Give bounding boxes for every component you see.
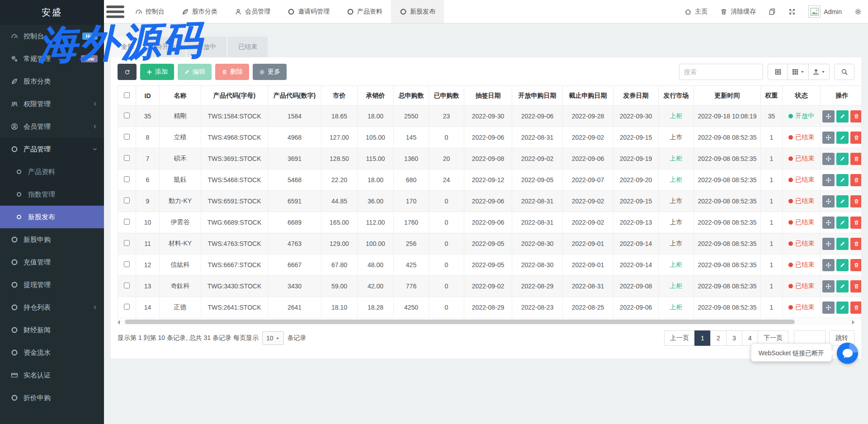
edit-row-button[interactable] (836, 195, 849, 207)
refresh-button[interactable] (118, 64, 137, 80)
sidebar-item-finance-news[interactable]: 财经新闻 (0, 319, 104, 341)
row-checkbox[interactable] (124, 283, 130, 288)
row-checkbox[interactable] (124, 240, 130, 246)
sidebar-item-products[interactable]: 产品管理 (0, 138, 104, 160)
delete-row-button[interactable] (850, 132, 861, 144)
sidebar-item-members[interactable]: 会员管理 (0, 115, 104, 138)
clear-cache-link[interactable]: 清除缓存 (714, 0, 762, 23)
sidebar-item-positions[interactable]: 持仓列表 (0, 296, 104, 319)
sidebar-item-discount-subscribe[interactable]: 折价申购 (0, 386, 104, 409)
scroll-right-arrow[interactable] (852, 320, 854, 325)
page-button-prev[interactable]: 上一页 (664, 330, 695, 346)
select-all-checkbox[interactable] (124, 92, 130, 98)
sidebar-item-product-info[interactable]: 产品资料 (0, 160, 104, 183)
edit-row-button[interactable] (836, 259, 849, 271)
sidebar-item-new-stock-subscribe[interactable]: 新股申购 (0, 228, 104, 251)
market-link[interactable]: 上柜 (670, 155, 683, 162)
edit-row-button[interactable] (836, 132, 849, 144)
topnav-tab-members[interactable]: 会员管理 (226, 0, 279, 23)
edit-row-button[interactable] (836, 280, 849, 292)
export-button[interactable] (809, 64, 830, 80)
sidebar-item-permissions[interactable]: 权限管理 (0, 93, 104, 115)
edit-row-button[interactable] (836, 174, 849, 186)
edit-row-button[interactable] (836, 302, 849, 314)
move-row-button[interactable] (822, 259, 835, 271)
move-row-button[interactable] (822, 280, 835, 292)
page-size-select[interactable]: 10 (262, 331, 284, 345)
move-row-button[interactable] (822, 217, 835, 229)
sidebar-item-new-stock-release[interactable]: 新股发布 (0, 206, 104, 228)
row-checkbox[interactable] (124, 134, 130, 140)
edit-row-button[interactable] (836, 238, 849, 250)
delete-row-button[interactable] (850, 174, 861, 186)
delete-row-button[interactable] (850, 259, 861, 271)
fullscreen-button[interactable] (782, 0, 802, 23)
page-button-page-3[interactable]: 3 (726, 330, 742, 346)
sidebar-item-market-category[interactable]: 股市分类 (0, 70, 104, 93)
filter-tab-open[interactable]: 开放中 (187, 37, 226, 57)
home-link[interactable]: 主页 (678, 0, 714, 23)
move-row-button[interactable] (822, 302, 835, 314)
topnav-tab-dashboard[interactable]: 控制台 (127, 0, 173, 23)
market-link[interactable]: 上柜 (670, 112, 683, 119)
add-button[interactable]: 添加 (140, 64, 174, 80)
market-link[interactable]: 上柜 (670, 261, 683, 268)
topnav-tab-invite-codes[interactable]: 邀请码管理 (279, 0, 338, 23)
row-checkbox[interactable] (124, 155, 130, 161)
sidebar-item-withdraw[interactable]: 提现管理 (0, 273, 104, 296)
sidebar-toggle-button[interactable] (104, 0, 127, 23)
scrollbar-thumb[interactable] (125, 320, 795, 324)
market-link[interactable]: 上柜 (670, 176, 683, 183)
columns-button[interactable] (788, 64, 809, 80)
market-link[interactable]: 上柜 (670, 282, 683, 289)
filter-tab-ended[interactable]: 已结束 (228, 37, 268, 57)
row-checkbox[interactable] (124, 113, 130, 118)
edit-row-button[interactable] (836, 110, 849, 122)
more-button[interactable]: 更多 (253, 64, 287, 80)
admin-menu[interactable]: Admin (802, 0, 848, 23)
row-checkbox[interactable] (124, 198, 130, 203)
delete-row-button[interactable] (850, 238, 861, 250)
move-row-button[interactable] (822, 110, 835, 122)
topnav-tab-product-info[interactable]: 产品资料 (338, 0, 391, 23)
move-row-button[interactable] (822, 153, 835, 165)
search-input[interactable] (679, 64, 763, 80)
detail-view-button[interactable] (768, 64, 788, 80)
edit-button[interactable]: 编辑 (178, 64, 212, 80)
move-row-button[interactable] (822, 174, 835, 186)
page-button-page-1[interactable]: 1 (694, 330, 711, 346)
move-row-button[interactable] (822, 132, 835, 144)
move-row-button[interactable] (822, 238, 835, 250)
sidebar-item-general-management[interactable]: 常规管理 new (0, 47, 104, 70)
move-row-button[interactable] (822, 195, 835, 207)
delete-button[interactable]: 删除 (215, 64, 249, 80)
edit-row-button[interactable] (836, 217, 849, 229)
topnav-tab-market-category[interactable]: 股市分类 (173, 0, 226, 23)
delete-row-button[interactable] (850, 280, 861, 292)
search-button[interactable] (834, 64, 854, 80)
scroll-left-arrow[interactable] (118, 320, 120, 325)
sidebar-item-index-management[interactable]: 指数管理 (0, 183, 104, 206)
delete-row-button[interactable] (850, 217, 861, 229)
sidebar-item-recharge[interactable]: 充值管理 (0, 251, 104, 273)
sidebar-item-fund-flow[interactable]: 资金流水 (0, 341, 104, 364)
row-checkbox[interactable] (124, 219, 130, 225)
row-checkbox[interactable] (124, 304, 130, 310)
market-link[interactable]: 上柜 (670, 303, 683, 311)
row-checkbox[interactable] (124, 261, 130, 267)
filter-tab-pending[interactable]: 待开始 (146, 37, 185, 57)
delete-row-button[interactable] (850, 110, 861, 122)
delete-row-button[interactable] (850, 302, 861, 314)
chat-fab-button[interactable] (837, 343, 858, 364)
delete-row-button[interactable] (850, 153, 861, 165)
sidebar-item-real-name-auth[interactable]: 实名认证 (0, 364, 104, 386)
filter-tab-all[interactable]: 全部 (111, 37, 144, 57)
refresh-page-button[interactable] (762, 0, 782, 23)
topnav-tab-new-stock-release[interactable]: 新股发布 (391, 0, 444, 23)
row-checkbox[interactable] (124, 176, 130, 182)
delete-row-button[interactable] (850, 195, 861, 207)
edit-row-button[interactable] (836, 153, 849, 165)
page-button-page-2[interactable]: 2 (710, 330, 726, 346)
settings-button[interactable] (848, 0, 868, 23)
sidebar-item-dashboard[interactable]: 控制台 Hot (0, 25, 104, 47)
